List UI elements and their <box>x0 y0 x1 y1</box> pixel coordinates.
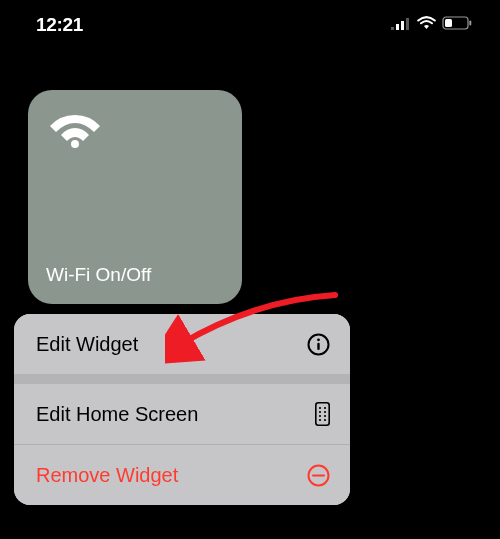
svg-point-7 <box>71 140 79 148</box>
svg-rect-2 <box>401 21 404 30</box>
menu-item-edit-widget[interactable]: Edit Widget <box>14 314 350 374</box>
wifi-widget[interactable]: Wi-Fi On/Off <box>28 90 242 304</box>
svg-point-19 <box>324 419 326 421</box>
svg-rect-0 <box>391 27 394 30</box>
wifi-icon <box>46 104 224 152</box>
svg-rect-6 <box>445 19 452 27</box>
svg-rect-11 <box>316 403 329 425</box>
status-icons <box>391 16 472 34</box>
svg-point-17 <box>324 415 326 417</box>
status-bar: 12:21 <box>0 0 500 50</box>
info-icon <box>307 333 330 356</box>
menu-item-label: Edit Widget <box>36 333 138 356</box>
svg-point-13 <box>324 407 326 409</box>
svg-point-14 <box>319 411 321 413</box>
apps-grid-icon <box>315 402 330 426</box>
cellular-icon <box>391 16 411 34</box>
svg-rect-3 <box>406 18 409 30</box>
widget-title: Wi-Fi On/Off <box>46 264 224 286</box>
svg-point-15 <box>324 411 326 413</box>
menu-item-label: Remove Widget <box>36 464 178 487</box>
context-menu: Edit Widget Edit Home Screen Remove Widg… <box>14 314 350 505</box>
status-time: 12:21 <box>36 14 83 36</box>
svg-point-16 <box>319 415 321 417</box>
menu-item-remove-widget[interactable]: Remove Widget <box>14 445 350 505</box>
remove-icon <box>307 464 330 487</box>
svg-rect-10 <box>317 342 319 349</box>
svg-point-9 <box>317 338 320 341</box>
svg-point-18 <box>319 419 321 421</box>
menu-item-edit-home-screen[interactable]: Edit Home Screen <box>14 384 350 444</box>
wifi-icon <box>417 16 436 34</box>
svg-rect-1 <box>396 24 399 30</box>
svg-rect-5 <box>469 21 471 26</box>
menu-item-label: Edit Home Screen <box>36 403 198 426</box>
battery-icon <box>442 16 472 34</box>
menu-separator <box>14 374 350 384</box>
svg-point-12 <box>319 407 321 409</box>
